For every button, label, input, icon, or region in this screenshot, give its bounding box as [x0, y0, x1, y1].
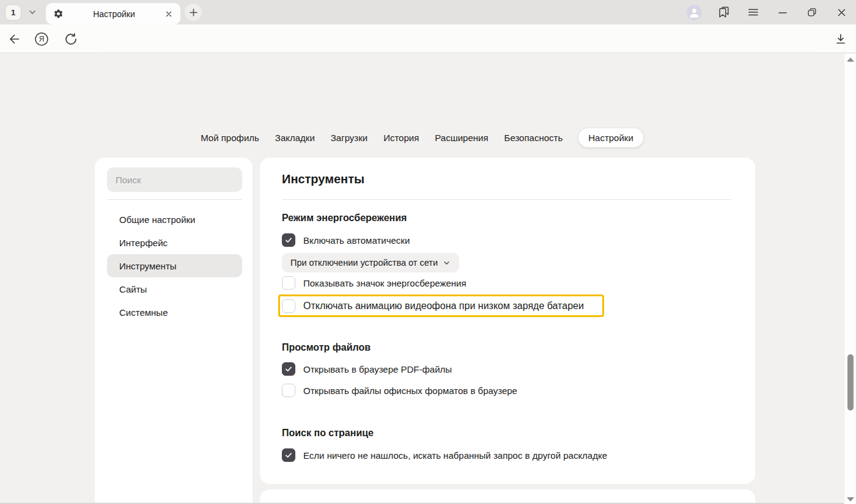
tab-close-icon[interactable] [164, 10, 173, 18]
profile-avatar[interactable] [687, 5, 702, 20]
window-titlebar: 1 Настройки [0, 0, 856, 24]
checkbox-autostart[interactable] [282, 233, 295, 247]
chevron-down-icon [443, 259, 451, 267]
browser-toolbar: Я Y settings Настройки [0, 24, 856, 53]
tabs-dropdown-chevron-icon[interactable] [27, 7, 38, 18]
sidebar-divider [107, 199, 242, 200]
section-heading-file-view: Просмотр файлов [282, 342, 371, 353]
settings-card-sites: Сайты Запросы на отправку уведомлений [260, 489, 755, 504]
section-heading-page-search: Поиск по странице [282, 428, 374, 439]
tab-title: Настройки [64, 9, 164, 19]
setting-row-office: Открывать файлы офисных форматов в брауз… [282, 384, 517, 397]
sidebar-item-general[interactable]: Общие настройки [107, 208, 242, 231]
settings-nav-tab-downloads[interactable]: Загрузки [331, 128, 367, 147]
scrollbar[interactable] [844, 54, 856, 504]
sidebar-item-sites[interactable]: Сайты [107, 277, 242, 301]
settings-gear-icon [53, 9, 64, 19]
scrollbar-down-arrow-icon[interactable] [847, 497, 854, 502]
bookmarks-panel-icon[interactable] [717, 5, 731, 20]
tab-count-badge[interactable]: 1 [5, 4, 21, 21]
checkbox-energy-icon[interactable] [282, 276, 295, 290]
checkbox-disable-video-bg[interactable] [282, 299, 295, 313]
new-tab-button[interactable] [185, 4, 202, 21]
setting-row-layout-search: Если ничего не нашлось, искать набранный… [282, 448, 607, 462]
setting-row-energy-icon: Показывать значок энергосбережения [282, 276, 467, 290]
settings-nav-tab-profile[interactable]: Мой профиль [201, 128, 259, 147]
settings-nav-tab-bookmarks[interactable]: Закладки [275, 128, 315, 147]
sidebar-item-interface[interactable]: Интерфейс [107, 231, 242, 254]
setting-label: Показывать значок энергосбережения [303, 278, 467, 288]
settings-nav-tab-history[interactable]: История [383, 128, 419, 147]
setting-label: Включать автоматически [303, 235, 410, 246]
title-divider [282, 199, 731, 200]
setting-row-pdf: Открывать в браузере PDF-файлы [282, 362, 452, 376]
sidebar-item-system[interactable]: Системные [107, 301, 242, 324]
browser-tab[interactable]: Настройки [46, 3, 180, 24]
reload-button[interactable] [64, 32, 78, 46]
sidebar-search-input[interactable] [107, 167, 242, 192]
settings-card-tools: Инструменты Режим энергосбережения Включ… [260, 158, 755, 484]
restore-button[interactable] [805, 5, 819, 20]
sidebar-item-tools[interactable]: Инструменты [107, 254, 242, 277]
section-heading-energy: Режим энергосбережения [282, 213, 407, 224]
menu-hamburger-icon[interactable] [746, 5, 761, 20]
setting-row-autostart: Включать автоматически [282, 233, 410, 247]
plus-icon [189, 8, 198, 17]
scrollbar-thumb[interactable] [847, 354, 854, 411]
downloads-button[interactable] [833, 32, 848, 46]
energy-mode-select[interactable]: При отключении устройства от сети [282, 253, 459, 272]
highlight-frame: Отключать анимацию видеофона при низком … [278, 294, 604, 317]
yandex-logo-button[interactable]: Я [34, 32, 49, 46]
settings-nav: Мой профиль Закладки Загрузки История Ра… [0, 127, 844, 148]
back-button[interactable] [6, 32, 21, 46]
settings-nav-tab-security[interactable]: Безопасность [504, 128, 563, 147]
scrollbar-up-arrow-icon[interactable] [847, 57, 854, 62]
minimize-button[interactable] [775, 5, 790, 20]
checkbox-open-office[interactable] [282, 384, 295, 397]
setting-label: Открывать в браузере PDF-файлы [303, 364, 452, 374]
settings-page: Мой профиль Закладки Загрузки История Ра… [0, 54, 856, 504]
check-icon [284, 236, 293, 244]
setting-label: Отключать анимацию видеофона при низком … [303, 301, 584, 312]
check-icon [284, 365, 293, 373]
setting-label: Открывать файлы офисных форматов в брауз… [303, 385, 517, 396]
sidebar-nav-list: Общие настройки Интерфейс Инструменты Са… [107, 208, 242, 324]
page-title: Инструменты [282, 172, 364, 186]
settings-nav-tab-extensions[interactable]: Расширения [435, 128, 488, 147]
svg-text:Я: Я [39, 35, 45, 43]
check-icon [284, 451, 293, 459]
select-value: При отключении устройства от сети [290, 258, 438, 268]
person-icon [687, 5, 702, 20]
settings-nav-tab-settings[interactable]: Настройки [578, 128, 643, 147]
close-button[interactable] [834, 5, 849, 20]
checkbox-layout-search[interactable] [282, 448, 295, 462]
checkbox-open-pdf[interactable] [282, 362, 295, 376]
setting-label: Если ничего не нашлось, искать набранный… [303, 450, 607, 461]
settings-sidebar: Общие настройки Интерфейс Инструменты Са… [95, 158, 253, 504]
